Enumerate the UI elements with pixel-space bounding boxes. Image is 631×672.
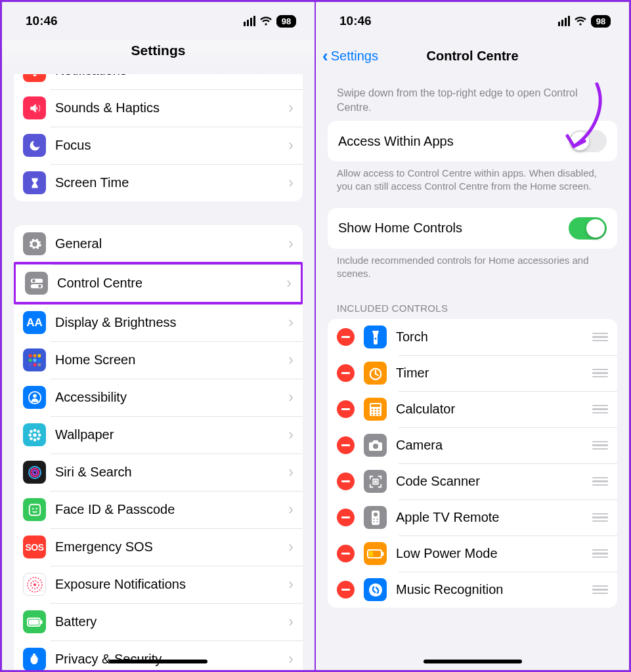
grid-icon xyxy=(23,348,46,371)
control-row-music-recognition[interactable]: Music Recognition xyxy=(328,572,617,608)
svg-point-28 xyxy=(32,507,33,509)
remove-button[interactable] xyxy=(337,509,355,526)
settings-row-focus[interactable]: Focus› xyxy=(14,127,303,164)
control-label: Timer xyxy=(396,366,588,381)
control-row-low-power-mode[interactable]: Low Power Mode xyxy=(328,536,617,572)
remote-icon xyxy=(364,506,387,529)
settings-row-sounds-haptics[interactable]: Sounds & Haptics› xyxy=(14,89,303,127)
row-label: Wallpaper xyxy=(55,427,288,442)
settings-row-face-id-passcode[interactable]: Face ID & Passcode› xyxy=(14,491,303,528)
chevron-right-icon: › xyxy=(288,576,294,593)
control-label: Apple TV Remote xyxy=(396,510,588,525)
status-bar: 10:46 98 xyxy=(2,2,315,40)
svg-rect-51 xyxy=(374,480,377,483)
remove-button[interactable] xyxy=(337,581,355,598)
svg-point-46 xyxy=(371,413,373,415)
svg-point-17 xyxy=(33,438,36,442)
torch-icon xyxy=(364,326,387,348)
calc-icon xyxy=(364,398,387,421)
remove-button[interactable] xyxy=(337,400,355,418)
wifi-icon xyxy=(259,16,272,26)
svg-point-36 xyxy=(374,337,376,339)
remove-button[interactable] xyxy=(337,472,355,490)
svg-point-1 xyxy=(32,279,35,282)
control-row-torch[interactable]: Torch xyxy=(328,319,617,355)
svg-point-18 xyxy=(28,433,32,436)
svg-point-42 xyxy=(378,408,380,410)
shazam-icon xyxy=(364,578,387,601)
settings-row-notifications[interactable]: Notifications› xyxy=(14,74,303,89)
gear-icon xyxy=(23,232,46,255)
svg-point-20 xyxy=(30,430,33,433)
row-label: Battery xyxy=(55,614,288,629)
settings-row-accessibility[interactable]: Accessibility› xyxy=(14,379,303,416)
home-indicator[interactable] xyxy=(424,660,522,663)
speaker-icon xyxy=(23,96,46,119)
control-label: Music Recognition xyxy=(396,582,588,597)
sos-icon: SOS xyxy=(23,536,46,558)
drag-handle-icon[interactable] xyxy=(592,369,608,378)
svg-rect-6 xyxy=(37,354,41,357)
remove-button[interactable] xyxy=(337,328,355,346)
remove-button[interactable] xyxy=(337,364,355,382)
control-row-apple-tv-remote[interactable]: Apple TV Remote xyxy=(328,499,617,536)
settings-row-screen-time[interactable]: Screen Time› xyxy=(14,164,303,201)
bell-icon xyxy=(23,74,46,82)
svg-rect-9 xyxy=(37,358,41,362)
drag-handle-icon[interactable] xyxy=(592,477,608,486)
control-label: Low Power Mode xyxy=(396,546,588,561)
exposure-icon xyxy=(23,573,46,596)
battery-indicator: 98 xyxy=(276,15,296,28)
settings-row-home-screen[interactable]: Home Screen› xyxy=(14,341,303,379)
remove-button[interactable] xyxy=(337,545,355,562)
drag-handle-icon[interactable] xyxy=(592,513,608,522)
moon-icon xyxy=(23,134,46,157)
drag-handle-icon[interactable] xyxy=(592,549,608,558)
access-within-apps-row[interactable]: Access Within Apps xyxy=(328,121,617,161)
settings-row-battery[interactable]: Battery› xyxy=(14,603,303,640)
remove-button[interactable] xyxy=(337,436,355,454)
drag-handle-icon[interactable] xyxy=(592,585,608,595)
chevron-right-icon: › xyxy=(288,538,294,556)
control-row-calculator[interactable]: Calculator xyxy=(328,391,617,427)
svg-point-40 xyxy=(371,408,373,410)
settings-row-privacy-security[interactable]: Privacy & Security› xyxy=(14,640,303,672)
chevron-left-icon: ‹ xyxy=(322,46,328,66)
svg-rect-60 xyxy=(382,552,384,556)
home-indicator[interactable] xyxy=(109,660,207,663)
svg-point-55 xyxy=(376,518,378,520)
settings-group-general: General›Control Centre›AADisplay & Brigh… xyxy=(14,225,303,672)
svg-rect-5 xyxy=(33,354,36,357)
svg-rect-39 xyxy=(371,404,380,407)
settings-row-control-centre[interactable]: Control Centre› xyxy=(14,262,303,304)
chevron-right-icon: › xyxy=(286,274,292,292)
nav-bar: ‹ Settings Control Centre xyxy=(316,40,629,72)
back-button[interactable]: ‹ Settings xyxy=(322,46,378,66)
chevron-right-icon: › xyxy=(288,136,294,154)
control-row-code-scanner[interactable]: Code Scanner xyxy=(328,463,617,499)
timer-icon xyxy=(364,362,387,385)
settings-row-exposure-notifications[interactable]: Exposure Notifications› xyxy=(14,566,303,603)
settings-row-display-brightness[interactable]: AADisplay & Brightness› xyxy=(14,304,303,341)
cellular-signal-icon xyxy=(558,16,571,26)
control-row-camera[interactable]: Camera xyxy=(328,427,617,463)
svg-point-41 xyxy=(374,408,376,410)
chevron-right-icon: › xyxy=(288,351,294,369)
drag-handle-icon[interactable] xyxy=(592,441,608,450)
settings-row-general[interactable]: General› xyxy=(14,225,303,262)
chevron-right-icon: › xyxy=(288,501,294,518)
control-label: Torch xyxy=(396,329,588,345)
access-within-apps-toggle[interactable] xyxy=(569,130,607,152)
settings-row-wallpaper[interactable]: Wallpaper› xyxy=(14,416,303,453)
status-indicators: 98 xyxy=(558,15,611,28)
settings-row-emergency-sos[interactable]: SOSEmergency SOS› xyxy=(14,528,303,566)
drag-handle-icon[interactable] xyxy=(592,405,608,414)
show-home-controls-row[interactable]: Show Home Controls xyxy=(328,208,617,249)
settings-row-siri-search[interactable]: Siri & Search› xyxy=(14,453,303,491)
control-label: Code Scanner xyxy=(396,474,588,489)
drag-handle-icon[interactable] xyxy=(592,333,608,342)
svg-point-61 xyxy=(368,583,381,597)
control-row-timer[interactable]: Timer xyxy=(328,355,617,391)
show-home-controls-toggle[interactable] xyxy=(569,217,607,240)
row-label: Sounds & Haptics xyxy=(55,100,288,116)
